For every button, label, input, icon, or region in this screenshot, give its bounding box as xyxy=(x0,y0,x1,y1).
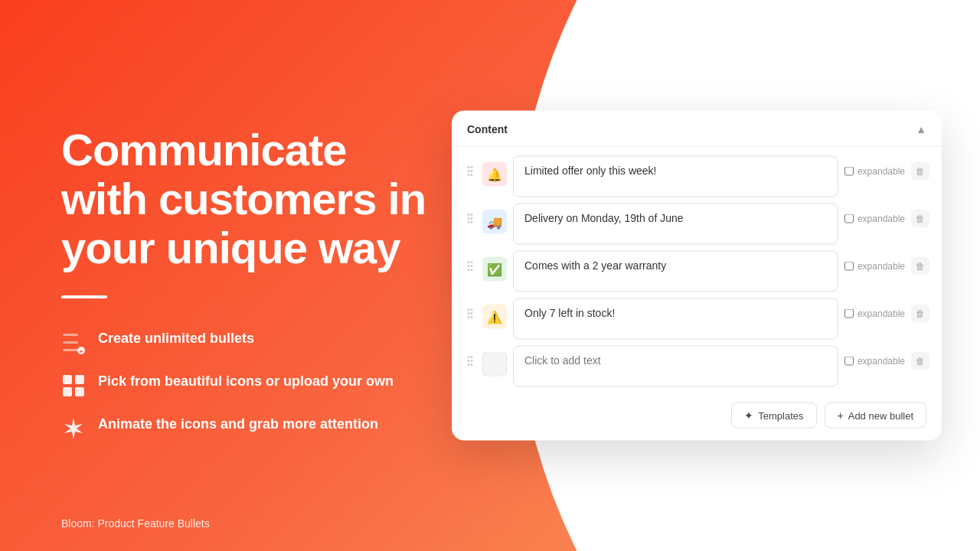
feature-text-animate: Animate the icons and grab more attentio… xyxy=(98,415,378,434)
svg-point-21 xyxy=(468,261,470,263)
templates-button[interactable]: ✦ Templates xyxy=(731,403,816,429)
feature-item-icons: Pick from beautiful icons or upload your… xyxy=(61,372,436,398)
svg-rect-0 xyxy=(63,334,78,336)
templates-icon: ✦ xyxy=(744,409,753,422)
bullet-input-4[interactable]: Only 7 left in stock! xyxy=(513,298,838,340)
bullets-list: 🔔 Limited offer only this week! expandab… xyxy=(452,147,942,396)
expandable-checkbox-4[interactable] xyxy=(844,309,854,318)
bullet-icon-4[interactable]: ⚠️ xyxy=(482,305,507,329)
svg-rect-1 xyxy=(63,341,78,344)
add-bullet-label: Add new bullet xyxy=(848,409,913,421)
svg-point-16 xyxy=(471,214,473,216)
sparkle-icon xyxy=(61,416,86,441)
svg-point-27 xyxy=(468,308,470,311)
svg-point-31 xyxy=(468,316,470,318)
svg-rect-6 xyxy=(75,375,84,384)
svg-rect-7 xyxy=(63,387,72,396)
delete-button-2[interactable]: 🗑 xyxy=(911,210,929,228)
svg-point-12 xyxy=(471,170,473,172)
bullet-input-3[interactable]: Comes with a 2 year warranty xyxy=(513,251,838,292)
svg-point-32 xyxy=(471,316,473,318)
svg-point-30 xyxy=(471,312,473,315)
expandable-text-1: expandable xyxy=(858,166,905,177)
add-bullet-button[interactable]: + Add new bullet xyxy=(825,403,926,429)
feature-text-bullets: Create unlimited bullets xyxy=(98,329,254,348)
svg-point-18 xyxy=(471,217,473,220)
bullet-icon-2[interactable]: 🚚 xyxy=(482,210,507,234)
svg-point-10 xyxy=(471,166,473,168)
delete-button-1[interactable]: 🗑 xyxy=(911,162,929,181)
expandable-label-3[interactable]: expandable xyxy=(844,261,905,272)
delete-button-3[interactable]: 🗑 xyxy=(911,257,929,276)
feature-text-icons: Pick from beautiful icons or upload your… xyxy=(98,372,394,391)
svg-rect-5 xyxy=(63,375,72,384)
templates-label: Templates xyxy=(758,409,803,421)
content-panel: Content ▲ 🔔 Limited offer only this week… xyxy=(452,111,942,441)
expandable-text-4: expandable xyxy=(858,308,905,319)
expandable-label-4[interactable]: expandable xyxy=(844,308,905,319)
svg-rect-2 xyxy=(63,349,78,351)
svg-point-15 xyxy=(468,214,470,216)
bullet-options-2: expandable 🗑 xyxy=(844,210,929,228)
table-row: ⚠️ Only 7 left in stock! expandable 🗑 xyxy=(464,298,929,340)
expandable-label-5[interactable]: expandable xyxy=(844,356,905,367)
svg-point-11 xyxy=(468,170,470,172)
panel-footer: ✦ Templates + Add new bullet xyxy=(452,396,942,429)
table-row: 🔔 Limited offer only this week! expandab… xyxy=(464,156,929,197)
feature-item-animate: Animate the icons and grab more attentio… xyxy=(61,415,436,441)
bottom-label: Bloom: Product Feature Bullets xyxy=(61,517,210,530)
bullet-options-5: expandable 🗑 xyxy=(844,352,929,370)
svg-point-29 xyxy=(468,312,470,315)
feature-item-bullets: + Create unlimited bullets xyxy=(61,329,436,355)
grid-icon xyxy=(61,373,86,398)
expandable-text-3: expandable xyxy=(858,261,905,272)
svg-point-38 xyxy=(471,364,473,366)
expandable-label-2[interactable]: expandable xyxy=(844,214,905,224)
svg-rect-8 xyxy=(75,387,84,396)
table-row: ✅ Comes with a 2 year warranty expandabl… xyxy=(464,251,929,292)
bullet-icon-1[interactable]: 🔔 xyxy=(482,162,507,187)
bullet-options-1: expandable 🗑 xyxy=(844,162,929,181)
table-row: 🚚 Delivery on Monday, 19th of June expan… xyxy=(464,204,929,245)
svg-point-23 xyxy=(468,265,470,267)
expandable-checkbox-3[interactable] xyxy=(844,262,854,271)
drag-handle[interactable] xyxy=(464,165,476,178)
bullet-icon-5[interactable] xyxy=(482,352,507,377)
bullet-options-4: expandable 🗑 xyxy=(844,305,929,323)
delete-button-5[interactable]: 🗑 xyxy=(911,352,929,370)
add-bullet-icon: + xyxy=(838,409,844,422)
svg-point-28 xyxy=(471,308,473,311)
svg-point-22 xyxy=(471,261,473,263)
hero-divider xyxy=(61,295,107,298)
feature-list: + Create unlimited bullets Pick from bea… xyxy=(61,329,436,441)
expandable-checkbox-2[interactable] xyxy=(844,214,854,223)
expandable-text-2: expandable xyxy=(858,214,905,224)
svg-point-20 xyxy=(471,221,473,223)
svg-text:+: + xyxy=(80,347,83,354)
svg-point-14 xyxy=(471,174,473,176)
bullet-icon-3[interactable]: ✅ xyxy=(482,257,507,282)
drag-handle-4[interactable] xyxy=(464,308,476,320)
bullet-input-5[interactable] xyxy=(513,346,838,387)
table-row: expandable 🗑 xyxy=(464,346,929,387)
svg-point-13 xyxy=(468,174,470,176)
panel-title: Content xyxy=(467,123,508,135)
panel-header: Content ▲ xyxy=(452,111,942,147)
drag-handle-2[interactable] xyxy=(464,213,476,225)
svg-point-17 xyxy=(468,217,470,220)
expandable-checkbox-1[interactable] xyxy=(844,167,854,176)
svg-point-19 xyxy=(468,221,470,223)
hero-title: Communicate with customers in your uniqu… xyxy=(61,126,436,272)
delete-button-4[interactable]: 🗑 xyxy=(911,305,929,323)
bullet-input-2[interactable]: Delivery on Monday, 19th of June xyxy=(513,204,838,245)
collapse-icon[interactable]: ▲ xyxy=(916,123,926,135)
expandable-label-1[interactable]: expandable xyxy=(844,166,905,177)
svg-point-37 xyxy=(468,364,470,366)
expandable-checkbox-5[interactable] xyxy=(844,357,854,366)
svg-point-25 xyxy=(468,269,470,271)
drag-handle-5[interactable] xyxy=(464,355,476,367)
drag-handle-3[interactable] xyxy=(464,260,476,272)
bullet-input-1[interactable]: Limited offer only this week! xyxy=(513,156,838,197)
svg-point-33 xyxy=(468,356,470,358)
svg-point-9 xyxy=(468,166,470,168)
